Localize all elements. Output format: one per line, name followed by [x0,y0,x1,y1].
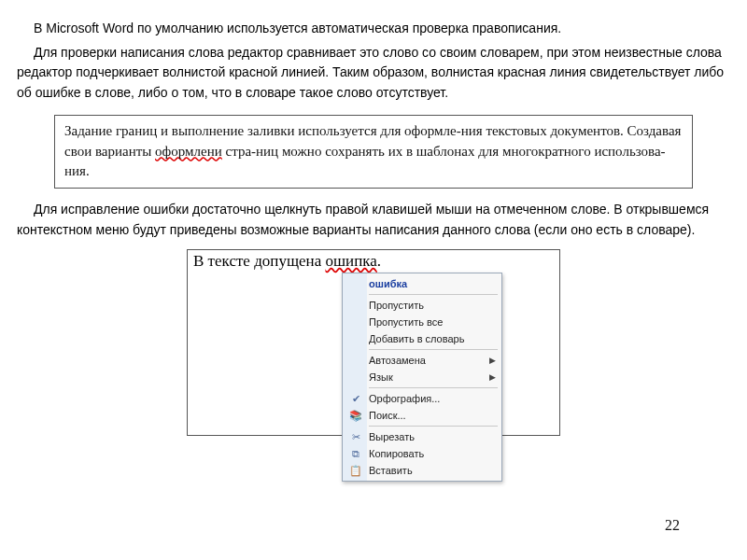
menu-language-label: Язык [369,371,486,383]
menu-paste[interactable]: 📋 Вставить [343,462,501,479]
blank-icon [346,353,365,368]
blank-icon [346,276,365,291]
menu-skip-all-label: Пропустить все [369,316,496,328]
menu-copy-label: Копировать [369,448,496,459]
menu-skip[interactable]: Пропустить [343,297,501,314]
page-number: 22 [665,517,680,534]
menu-skip-all[interactable]: Пропустить все [343,314,501,330]
paragraph-3: Для исправление ошибки достаточно щелкну… [17,200,730,240]
example-box-1: Задание границ и выполнение заливки испо… [54,115,693,189]
example2-error-word[interactable]: ошипка [325,252,376,270]
menu-add-dictionary[interactable]: Добавить в словарь [343,330,501,347]
chevron-right-icon: ▶ [489,356,496,365]
scissors-icon: ✂ [346,429,365,444]
menu-language[interactable]: Язык ▶ [343,369,501,385]
context-menu: ошибка Пропустить Пропустить все Добавит… [342,273,502,482]
menu-separator [369,387,498,388]
blank-icon [346,331,365,346]
menu-separator [369,349,498,350]
blank-icon [346,298,365,313]
menu-paste-label: Вставить [369,465,496,476]
clipboard-icon: 📋 [346,463,365,478]
menu-separator [369,294,498,295]
example2-before: В тексте допущена [193,252,325,270]
abc-check-icon: ✔ [346,391,365,406]
menu-spelling-label: Орфография... [369,393,496,404]
example2-after: . [377,252,381,270]
chevron-right-icon: ▶ [489,372,496,382]
menu-lookup[interactable]: 📚 Поиск... [343,407,501,424]
example-box-2: В тексте допущена ошипка. ошибка Пропуст… [187,249,560,436]
paragraph-1: В Microsoft Word по умолчанию использует… [17,19,730,39]
blank-icon [346,315,365,329]
menu-copy[interactable]: ⧉ Копировать [343,445,501,462]
menu-cut-label: Вырезать [369,431,496,442]
blank-icon [346,370,365,385]
menu-add-label: Добавить в словарь [369,333,496,344]
menu-cut[interactable]: ✂ Вырезать [343,428,501,445]
menu-lookup-label: Поиск... [369,410,496,421]
menu-separator [369,426,498,427]
book-search-icon: 📚 [346,408,365,423]
menu-skip-label: Пропустить [369,300,496,311]
paragraph-2: Для проверки написания слова редактор ср… [17,43,730,104]
menu-suggestion-label: ошибка [369,278,496,289]
example1-error-word: оформлени [155,144,222,159]
menu-suggestion[interactable]: ошибка [343,275,501,292]
menu-autocorrect[interactable]: Автозамена ▶ [343,352,501,369]
menu-autocorrect-label: Автозамена [369,355,486,366]
copy-icon: ⧉ [346,446,365,461]
menu-spelling[interactable]: ✔ Орфография... [343,390,501,407]
